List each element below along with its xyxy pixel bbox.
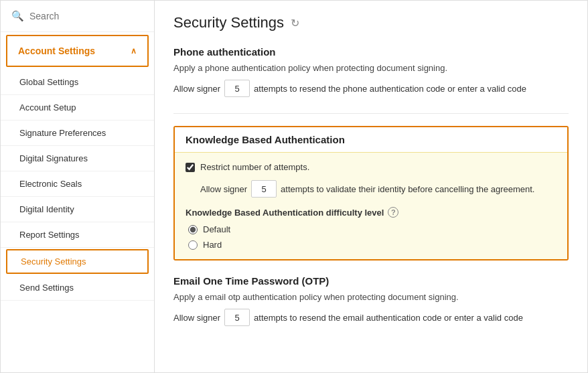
- phone-auth-attempts-input[interactable]: [224, 80, 250, 97]
- main-content: Security Settings ↻ Phone authentication…: [155, 1, 587, 372]
- sidebar-item-report-settings[interactable]: Report Settings: [1, 222, 154, 248]
- sidebar: 🔍 Account Settings ∧ Global SettingsAcco…: [1, 1, 155, 372]
- kba-option-default-label: Default: [203, 224, 230, 234]
- kba-restrict-checkbox[interactable]: [186, 163, 195, 172]
- sidebar-item-security-settings[interactable]: Security Settings: [6, 249, 149, 274]
- phone-auth-desc: Apply a phone authentication policy when…: [173, 63, 569, 73]
- kba-radio-group: Default Hard: [188, 224, 557, 250]
- search-input[interactable]: [29, 11, 143, 21]
- phone-auth-title: Phone authentication: [173, 46, 569, 58]
- otp-attempts-input[interactable]: [224, 309, 250, 326]
- sidebar-item-send-settings[interactable]: Send Settings: [1, 275, 154, 301]
- account-settings-label: Account Settings: [18, 46, 95, 56]
- kba-allow-signer-row: Allow signer attempts to validate their …: [200, 180, 557, 198]
- kba-allow-suffix: attempts to validate their identity befo…: [281, 184, 534, 194]
- app-container: 🔍 Account Settings ∧ Global SettingsAcco…: [0, 0, 588, 373]
- kba-radio-hard[interactable]: [188, 240, 198, 250]
- kba-body: Restrict number of attempts. Allow signe…: [175, 153, 567, 259]
- help-icon[interactable]: ?: [388, 207, 398, 218]
- search-icon: 🔍: [11, 10, 24, 22]
- sidebar-item-digital-identity[interactable]: Digital Identity: [1, 197, 154, 222]
- phone-auth-prefix: Allow signer: [173, 84, 220, 94]
- kba-restrict-row: Restrict number of attempts.: [186, 162, 557, 172]
- kba-allow-prefix: Allow signer: [200, 184, 247, 194]
- kba-difficulty-label: Knowledge Based Authentication difficult…: [186, 208, 384, 218]
- otp-desc: Apply a email otp authentication policy …: [173, 292, 569, 302]
- page-title-row: Security Settings ↻: [173, 14, 569, 31]
- sidebar-item-digital-signatures[interactable]: Digital Signatures: [1, 146, 154, 171]
- phone-auth-suffix: attempts to resend the phone authenticat…: [254, 84, 526, 94]
- sidebar-item-global-settings[interactable]: Global Settings: [1, 70, 154, 95]
- kba-attempts-input[interactable]: [251, 180, 277, 198]
- kba-option-hard: Hard: [188, 240, 557, 250]
- otp-suffix: attempts to resend the email authenticat…: [254, 313, 523, 323]
- otp-prefix: Allow signer: [173, 313, 220, 323]
- kba-option-hard-label: Hard: [203, 240, 222, 250]
- otp-title: Email One Time Password (OTP): [173, 275, 569, 287]
- kba-radio-default[interactable]: [188, 225, 198, 234]
- sidebar-items: Global SettingsAccount SetupSignature Pr…: [1, 70, 154, 301]
- kba-difficulty-label-row: Knowledge Based Authentication difficult…: [186, 207, 557, 218]
- refresh-icon[interactable]: ↻: [291, 17, 299, 29]
- chevron-up-icon: ∧: [131, 46, 137, 56]
- search-box[interactable]: 🔍: [1, 1, 154, 32]
- otp-allow-signer-row: Allow signer attempts to resend the emai…: [173, 309, 569, 326]
- kba-section: Knowledge Based Authentication Restrict …: [173, 126, 569, 260]
- kba-option-default: Default: [188, 224, 557, 234]
- page-title: Security Settings: [173, 14, 284, 31]
- account-settings-header[interactable]: Account Settings ∧: [6, 35, 149, 67]
- sidebar-item-electronic-seals[interactable]: Electronic Seals: [1, 171, 154, 197]
- sidebar-item-signature-preferences[interactable]: Signature Preferences: [1, 121, 154, 146]
- divider-1: [173, 113, 569, 114]
- phone-auth-allow-signer-row: Allow signer attempts to resend the phon…: [173, 80, 569, 97]
- sidebar-item-account-setup[interactable]: Account Setup: [1, 95, 154, 121]
- kba-header: Knowledge Based Authentication: [175, 127, 567, 153]
- otp-section: Email One Time Password (OTP) Apply a em…: [173, 275, 569, 326]
- phone-auth-section: Phone authentication Apply a phone authe…: [173, 46, 569, 97]
- kba-restrict-label: Restrict number of attempts.: [200, 162, 309, 172]
